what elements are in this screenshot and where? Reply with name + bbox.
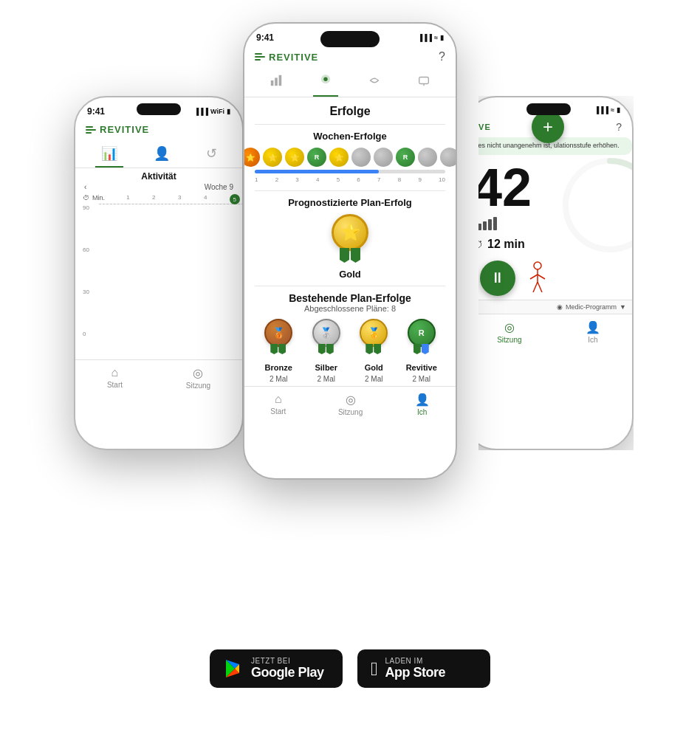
plan-sub: Abgeschlossene Pläne: 8 (255, 304, 445, 313)
session-icon-right: ◎ (504, 320, 515, 334)
bottom-nav-center: ⌂ Start ◎ Sitzung 👤 Ich (244, 386, 456, 424)
session-icon-center: ◎ (346, 393, 356, 407)
app-store-text: Laden im App Store (385, 657, 446, 680)
chart-week: Woche 9 (205, 183, 233, 191)
svg-rect-7 (279, 75, 282, 86)
y-labels: 0 30 60 90 (83, 204, 89, 337)
tab-stats-center[interactable] (264, 71, 289, 97)
wifi-icon: WiFi (210, 108, 224, 115)
menu-icon-center (255, 53, 265, 61)
notch-right (526, 103, 571, 115)
plan-badges-row: 🥉 Bronze 2 Mal 🥈 (255, 319, 445, 383)
status-icons-center: ▐▐▐ ≈ ▮ (418, 34, 444, 41)
tab-achievements-center[interactable] (313, 71, 338, 97)
bronze-coin: 🥉 (264, 319, 292, 347)
apple-icon:  (371, 658, 378, 680)
divider-1 (255, 124, 445, 125)
google-play-text: JETZT BEI Google Play (251, 657, 324, 680)
gold-medal: ⭐ (328, 214, 372, 266)
app-header-center: REVITIVE ? (244, 46, 456, 68)
logo-center: REVITIVE (255, 52, 318, 63)
phones-showcase: 9:41 ▐▐▐ WiFi ▮ REVITIVE 📊 👤 ↺ Aktivi (0, 0, 700, 635)
time-center: 9:41 (256, 32, 274, 43)
help-icon-right[interactable]: ? (616, 121, 622, 133)
left-content: Aktivität ‹ Woche 9 ⏱ Min. 0 30 60 90 (75, 168, 242, 359)
medal-section: ⭐ Gold (255, 214, 445, 280)
plan-badge-gold: 🥇 Gold 2 Mal (357, 319, 390, 383)
plan-badge-bronze: 🥉 Bronze 2 Mal (262, 319, 295, 383)
medal-ribbon (340, 248, 360, 263)
home-icon-left: ⌂ (111, 366, 119, 379)
time-left: 9:41 (87, 106, 105, 117)
medal-coin: ⭐ (332, 214, 368, 251)
badges-row: ⭐ ⭐ ⭐ R ⭐ R (244, 148, 456, 167)
week-badge-4: R (307, 148, 326, 167)
menu-icon-left (86, 126, 96, 134)
notch-left (137, 103, 181, 115)
nav-ich-right[interactable]: 👤 Ich (586, 320, 600, 344)
phone-right: ▐▐▐ ≈ ▮ IVE ? ...es nicht unangenehm ist… (464, 96, 634, 450)
predicted-title: Prognostizierte Plan-Erfolg (255, 197, 445, 208)
session-area: 42 + ⏱ 12 min ⏸ (465, 161, 632, 300)
wifi-icon-right: ≈ (611, 106, 614, 114)
notch-center (320, 31, 380, 47)
battery-icon: ▮ (227, 108, 230, 115)
signal-icon-center: ▐▐▐ (418, 34, 432, 41)
status-icons-right: ▐▐▐ ≈ ▮ (594, 106, 620, 114)
circle-icon: ◉ (557, 303, 563, 311)
week-badge-8: R (396, 148, 415, 167)
wifi-icon-center: ≈ (434, 34, 438, 41)
status-icons-left: ▐▐▐ WiFi ▮ (194, 108, 230, 115)
nav-start-left[interactable]: ⌂ Start (107, 366, 123, 390)
pause-button[interactable]: ⏸ (480, 261, 515, 296)
store-buttons: JETZT BEI Google Play  Laden im App Sto… (0, 635, 700, 695)
figure-icon (523, 260, 552, 297)
medic-bar: ◉ Medic-Programm ▼ (465, 300, 632, 314)
control-row: ⏸ (465, 257, 632, 300)
phone-center: 9:41 ▐▐▐ ≈ ▮ REVITIVE ? (243, 22, 457, 480)
top-tabs-left: 📊 👤 ↺ (75, 139, 242, 168)
app-store-button[interactable]:  Laden im App Store (357, 649, 490, 688)
profile-icon-center: 👤 (415, 393, 430, 407)
plan-badge-revitive: R Revitive 2 Mal (405, 319, 438, 383)
nav-ich-center[interactable]: 👤 Ich (415, 393, 430, 416)
bronze-ribbon (270, 344, 286, 354)
home-icon-center: ⌂ (275, 393, 282, 406)
tab-device-center[interactable] (411, 71, 436, 97)
chart-nav-left[interactable]: ‹ (84, 183, 86, 191)
plan-badge-silver: 🥈 Silber 2 Mal (310, 319, 343, 383)
google-play-icon (223, 658, 244, 679)
app-header-left: REVITIVE (75, 120, 242, 139)
gold-coin: 🥇 (360, 319, 388, 347)
tab-plans-center[interactable] (362, 71, 387, 97)
help-icon-center[interactable]: ? (439, 50, 445, 63)
battery-icon-right: ▮ (617, 106, 620, 114)
week-badge-1: ⭐ (244, 148, 260, 167)
nav-sitzung-center[interactable]: ◎ Sitzung (338, 393, 363, 416)
phone-left: 9:41 ▐▐▐ WiFi ▮ REVITIVE 📊 👤 ↺ Aktivi (74, 96, 244, 450)
week-badge-6 (351, 148, 371, 167)
week-badge-5: ⭐ (329, 148, 349, 167)
tab-plans[interactable]: ↺ (200, 142, 223, 168)
profile-icon-right: 👤 (586, 320, 600, 334)
bottom-nav-right: ◎ Sitzung 👤 Ich (465, 314, 632, 351)
gold-ribbon (366, 344, 382, 354)
svg-line-17 (533, 282, 538, 292)
signal-icon-right: ▐▐▐ (594, 106, 608, 114)
nav-start-center[interactable]: ⌂ Start (270, 393, 286, 416)
tab-profile[interactable]: 👤 (148, 142, 176, 168)
svg-rect-5 (271, 80, 274, 86)
nav-sitzung-left[interactable]: ◎ Sitzung (186, 366, 210, 390)
google-play-button[interactable]: JETZT BEI Google Play (210, 649, 343, 688)
logo-right: IVE (476, 123, 491, 131)
week-badge-7 (374, 148, 393, 167)
tab-activity[interactable]: 📊 (95, 142, 123, 168)
dropdown-icon[interactable]: ▼ (620, 303, 626, 311)
nav-sitzung-right[interactable]: ◎ Sitzung (497, 320, 521, 344)
silver-ribbon (318, 344, 334, 354)
weekly-badges: ⭐ ⭐ ⭐ R ⭐ R 1 2 3 4 (255, 148, 445, 183)
wochen-title: Wochen-Erfolge (255, 131, 445, 142)
week-numbers: 1 2 3 4 5 6 7 8 9 10 (255, 176, 445, 183)
bottom-nav-left: ⌂ Start ◎ Sitzung (75, 359, 242, 397)
svg-line-16 (538, 275, 545, 279)
